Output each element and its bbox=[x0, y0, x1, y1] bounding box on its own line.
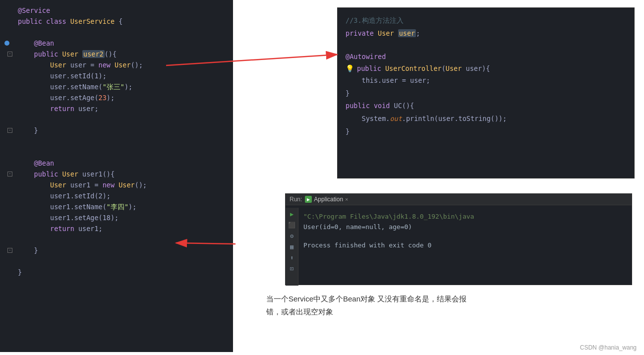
run-tab[interactable]: ▶ Application × bbox=[305, 196, 348, 203]
code-line bbox=[0, 114, 233, 125]
right-top-line: @Autowired bbox=[346, 50, 626, 63]
code-line: user.setAge(23); bbox=[0, 92, 233, 103]
run-side-toolbar: ▶ ⬛ ⚙ ▦ ⬆ ⊡ bbox=[286, 208, 298, 286]
code-line: user1.setName("李四"); bbox=[0, 201, 233, 212]
lightbulb-icon: 💡 bbox=[346, 63, 354, 74]
left-code-panel: @Service public class UserService { @Bea… bbox=[0, 0, 233, 352]
run-restore-btn[interactable]: ⊡ bbox=[288, 264, 296, 273]
watermark: CSDN @hania_wang bbox=[580, 344, 637, 351]
code-line: public class UserService { bbox=[0, 16, 233, 27]
right-top-panel: //3.构造方法注入 private User user; @Autowired… bbox=[337, 7, 635, 178]
run-tab-name: Application bbox=[314, 196, 343, 203]
run-tab-icon: ▶ bbox=[305, 196, 312, 203]
code-line: @Bean bbox=[0, 38, 233, 49]
code-line: - } bbox=[0, 245, 233, 256]
code-line: @Bean bbox=[0, 158, 233, 169]
run-output: "C:\Program Files\Java\jdk1.8.0_192\bin\… bbox=[298, 208, 632, 285]
annotation-text: 当一个Service中又多个Bean对象 又没有重命名是，结果会报错，或者出现空… bbox=[266, 293, 474, 318]
run-up-btn[interactable]: ⬆ bbox=[288, 253, 296, 262]
code-content: @Service public class UserService { @Bea… bbox=[0, 0, 233, 283]
code-line bbox=[0, 234, 233, 245]
right-top-line: 💡 public UserController(User user){ bbox=[346, 63, 626, 74]
code-line: @Service bbox=[0, 5, 233, 16]
run-play-btn[interactable]: ▶ bbox=[288, 210, 296, 219]
code-line bbox=[0, 147, 233, 158]
right-top-line: private User user; bbox=[346, 27, 626, 40]
right-top-line: public void UC(){ bbox=[346, 99, 626, 112]
code-line: return user; bbox=[0, 103, 233, 114]
code-line: User user = new User(); bbox=[0, 59, 233, 70]
run-tab-close[interactable]: × bbox=[345, 196, 348, 202]
code-line: user.setName("张三"); bbox=[0, 81, 233, 92]
run-grid-btn[interactable]: ▦ bbox=[288, 242, 296, 251]
code-line: return user1; bbox=[0, 223, 233, 234]
code-line bbox=[0, 136, 233, 147]
run-label: Run: bbox=[290, 196, 302, 203]
code-line: - public User user2(){ bbox=[0, 49, 233, 59]
code-line bbox=[0, 27, 233, 38]
right-top-line: System.out.println(user.toString()); bbox=[346, 112, 626, 125]
run-panel: Run: ▶ Application × ▶ ⬛ ⚙ ▦ ⬆ ⊡ "C:\Pro… bbox=[285, 193, 632, 285]
right-top-line: this.user = user; bbox=[346, 74, 626, 87]
code-line: user1.setId(2); bbox=[0, 190, 233, 201]
code-line: - } bbox=[0, 125, 233, 136]
right-top-line bbox=[346, 39, 626, 50]
run-settings-btn[interactable]: ⚙ bbox=[288, 232, 296, 240]
code-line: } bbox=[0, 267, 233, 278]
right-top-line: } bbox=[346, 87, 626, 100]
code-line: user1.setAge(18); bbox=[0, 212, 233, 223]
run-output-text: "C:\Program Files\Java\jdk1.8.0_192\bin\… bbox=[303, 212, 627, 250]
right-top-line: } bbox=[346, 125, 626, 138]
code-line: user.setId(1); bbox=[0, 70, 233, 81]
code-line: User user1 = new User(); bbox=[0, 179, 233, 190]
breakpoint-icon bbox=[4, 41, 9, 46]
run-toolbar: Run: ▶ Application × bbox=[286, 194, 632, 205]
main-container: @Service public class UserService { @Bea… bbox=[0, 0, 644, 355]
code-line bbox=[0, 256, 233, 267]
code-line: - public User user1(){ bbox=[0, 169, 233, 179]
right-top-line: //3.构造方法注入 bbox=[346, 14, 626, 27]
run-stop-btn[interactable]: ⬛ bbox=[288, 221, 296, 230]
